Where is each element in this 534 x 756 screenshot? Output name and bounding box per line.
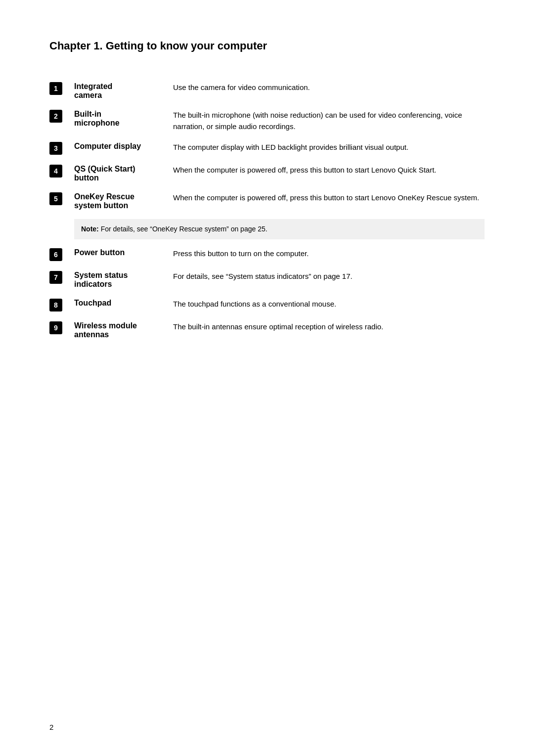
note-text: For details, see “OneKey Rescue system” … [99,225,267,233]
badge-cell: 7 [49,266,74,294]
badge-cell: 5 [49,187,74,215]
desc-cell-3: The computer display with LED backlight … [173,137,485,160]
term-cell-5: OneKey Rescuesystem button [74,187,173,215]
badge-cell: 8 [49,294,74,316]
desc-cell-8: The touchpad functions as a conventional… [173,294,485,316]
item-badge-4: 4 [49,165,62,178]
item-badge-7: 7 [49,271,62,284]
table-row: 2 Built-inmicrophone The built-in microp… [49,105,485,137]
item-badge-3: 3 [49,142,62,155]
item-badge-6: 6 [49,248,62,261]
item-badge-5: 5 [49,192,62,205]
badge-cell: 6 [49,243,74,266]
chapter-title: Chapter 1. Getting to know your computer [49,40,485,52]
table-row: 8 Touchpad The touchpad functions as a c… [49,294,485,316]
desc-cell-5: When the computer is powered off, press … [173,187,485,215]
desc-cell-7: For details, see “System status indicato… [173,266,485,294]
note-box: Note: For details, see “OneKey Rescue sy… [74,219,485,239]
term-cell-9: Wireless moduleantennas [74,316,173,344]
desc-cell-4: When the computer is powered off, press … [173,160,485,187]
term-cell-2: Built-inmicrophone [74,105,173,137]
badge-cell: 3 [49,137,74,160]
term-cell-6: Power button [74,243,173,266]
item-badge-2: 2 [49,110,62,123]
table-row: 5 OneKey Rescuesystem button When the co… [49,187,485,215]
term-cell-3: Computer display [74,137,173,160]
page-number: 2 [49,723,53,731]
items-table: 1 Integratedcamera Use the camera for vi… [49,77,485,344]
item-badge-8: 8 [49,299,62,311]
page-container: Chapter 1. Getting to know your computer… [0,0,534,384]
term-cell-4: QS (Quick Start)button [74,160,173,187]
term-cell-8: Touchpad [74,294,173,316]
badge-cell: 9 [49,316,74,344]
table-row: 7 System statusindicators For details, s… [49,266,485,294]
note-row: Note: For details, see “OneKey Rescue sy… [49,215,485,243]
badge-cell: 1 [49,77,74,105]
note-badge-spacer [49,215,74,243]
item-badge-1: 1 [49,82,62,95]
table-row: 9 Wireless moduleantennas The built-in a… [49,316,485,344]
term-cell-1: Integratedcamera [74,77,173,105]
badge-cell: 2 [49,105,74,137]
item-badge-9: 9 [49,321,62,334]
term-cell-7: System statusindicators [74,266,173,294]
note-cell: Note: For details, see “OneKey Rescue sy… [74,215,485,243]
table-row: 1 Integratedcamera Use the camera for vi… [49,77,485,105]
table-row: 4 QS (Quick Start)button When the comput… [49,160,485,187]
badge-cell: 4 [49,160,74,187]
desc-cell-2: The built-in microphone (with noise redu… [173,105,485,137]
desc-cell-6: Press this button to turn on the compute… [173,243,485,266]
desc-cell-1: Use the camera for video communication. [173,77,485,105]
table-row: 6 Power button Press this button to turn… [49,243,485,266]
table-row: 3 Computer display The computer display … [49,137,485,160]
note-label: Note: [81,225,99,233]
desc-cell-9: The built-in antennas ensure optimal rec… [173,316,485,344]
